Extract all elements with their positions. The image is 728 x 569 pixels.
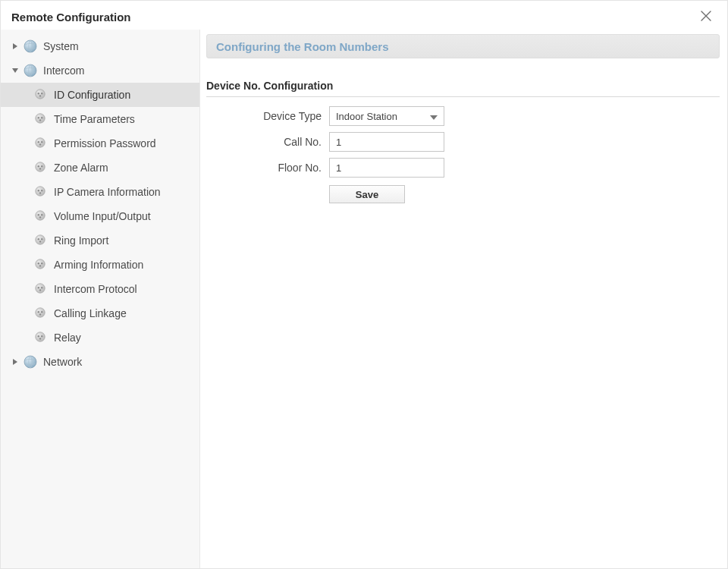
sidebar-item-calling-linkage[interactable]: Calling Linkage: [1, 301, 199, 325]
svg-point-12: [41, 141, 42, 143]
caret-right-icon: [7, 359, 24, 365]
caret-right-icon: [7, 43, 24, 49]
sidebar-item-label: Intercom Protocol: [54, 283, 137, 295]
svg-point-1: [24, 64, 36, 77]
svg-point-33: [39, 265, 41, 266]
sidebar-item-label: System: [43, 40, 79, 52]
sidebar-item-volume-input-output[interactable]: Volume Input/Output: [1, 204, 199, 228]
sidebar-item-label: Volume Input/Output: [54, 210, 151, 222]
svg-point-19: [38, 190, 39, 191]
content-banner: Configuring the Room Numbers: [206, 34, 720, 58]
select-device-type-value: Indoor Station: [336, 111, 397, 122]
config-icon: [34, 209, 48, 223]
config-icon: [34, 282, 48, 296]
row-call-no: Call No.: [206, 132, 720, 152]
sidebar-item-network[interactable]: Network: [1, 350, 199, 374]
row-device-type: Device Type Indoor Station: [206, 106, 720, 126]
svg-point-20: [41, 190, 42, 191]
select-device-type[interactable]: Indoor Station: [329, 106, 444, 126]
svg-point-4: [41, 93, 42, 94]
svg-point-32: [41, 262, 42, 264]
svg-point-11: [38, 141, 39, 143]
sidebar-item-time-parameters[interactable]: Time Parameters: [1, 107, 199, 131]
svg-point-41: [39, 313, 41, 315]
svg-point-25: [39, 216, 41, 218]
svg-point-7: [38, 117, 39, 118]
sidebar-item-label: ID Configuration: [54, 89, 130, 101]
sidebar-item-system[interactable]: System: [1, 34, 199, 58]
sidebar: System Intercom ID Configuration Time Pa…: [1, 30, 200, 568]
label-device-type: Device Type: [206, 110, 322, 122]
sidebar-item-ring-import[interactable]: Ring Import: [1, 228, 199, 253]
sidebar-item-id-configuration[interactable]: ID Configuration: [1, 83, 199, 107]
svg-point-26: [36, 235, 45, 244]
body: System Intercom ID Configuration Time Pa…: [1, 30, 727, 568]
svg-point-23: [38, 214, 39, 215]
config-icon: [34, 137, 48, 150]
svg-point-43: [38, 335, 39, 337]
svg-point-46: [24, 356, 36, 368]
sidebar-item-permission-password[interactable]: Permission Password: [1, 131, 199, 156]
config-icon: [34, 112, 48, 126]
input-floor-no[interactable]: [329, 158, 444, 178]
svg-point-2: [36, 90, 45, 99]
svg-point-13: [39, 143, 41, 145]
svg-point-3: [38, 93, 39, 94]
sidebar-item-intercom-protocol[interactable]: Intercom Protocol: [1, 277, 199, 301]
svg-point-39: [38, 311, 39, 313]
svg-point-45: [39, 338, 41, 339]
svg-point-0: [24, 40, 36, 52]
config-icon: [34, 234, 48, 247]
svg-point-22: [36, 211, 45, 220]
sidebar-item-arming-information[interactable]: Arming Information: [1, 253, 199, 277]
content: Configuring the Room Numbers Device No. …: [200, 30, 727, 568]
svg-point-8: [41, 117, 42, 118]
config-icon: [34, 307, 48, 320]
svg-point-9: [39, 119, 41, 121]
config-icon: [34, 185, 48, 199]
config-icon: [34, 161, 48, 174]
label-floor-no: Floor No.: [206, 162, 322, 174]
svg-point-36: [41, 287, 42, 288]
sidebar-item-label: Calling Linkage: [54, 307, 127, 319]
sidebar-item-label: Zone Alarm: [54, 162, 108, 174]
input-call-no[interactable]: [329, 132, 444, 152]
titlebar: Remote Configuration: [1, 1, 727, 30]
window: Remote Configuration System Intercom: [0, 0, 728, 569]
svg-point-40: [41, 311, 42, 313]
chevron-down-icon: [430, 111, 438, 122]
svg-point-18: [36, 187, 45, 196]
svg-point-27: [38, 238, 39, 240]
sidebar-item-label: Network: [43, 356, 82, 368]
sidebar-item-intercom[interactable]: Intercom: [1, 58, 199, 83]
sidebar-item-label: Time Parameters: [54, 113, 135, 125]
svg-point-10: [36, 138, 45, 147]
globe-icon: [24, 355, 37, 369]
sidebar-item-label: Arming Information: [54, 259, 143, 271]
svg-point-44: [41, 335, 42, 337]
svg-point-5: [39, 95, 41, 96]
svg-point-31: [38, 262, 39, 264]
sidebar-item-relay[interactable]: Relay: [1, 325, 199, 350]
config-icon: [34, 258, 48, 272]
label-call-no: Call No.: [206, 136, 322, 148]
svg-point-6: [36, 114, 45, 123]
config-icon: [34, 331, 48, 344]
close-icon: [701, 11, 711, 24]
close-button[interactable]: [695, 6, 717, 27]
globe-icon: [24, 39, 37, 53]
svg-point-29: [39, 240, 41, 242]
sidebar-item-label: Permission Password: [54, 137, 156, 149]
sidebar-item-zone-alarm[interactable]: Zone Alarm: [1, 156, 199, 180]
svg-point-42: [36, 332, 45, 341]
svg-point-35: [38, 287, 39, 288]
sidebar-item-label: IP Camera Information: [54, 186, 161, 198]
svg-point-14: [36, 162, 45, 171]
save-button[interactable]: Save: [329, 185, 405, 203]
svg-point-34: [36, 284, 45, 293]
window-title: Remote Configuration: [11, 11, 131, 24]
globe-icon: [24, 64, 37, 77]
sidebar-item-ip-camera-information[interactable]: IP Camera Information: [1, 180, 199, 204]
caret-down-icon: [7, 68, 24, 74]
section-title: Device No. Configuration: [206, 80, 720, 97]
